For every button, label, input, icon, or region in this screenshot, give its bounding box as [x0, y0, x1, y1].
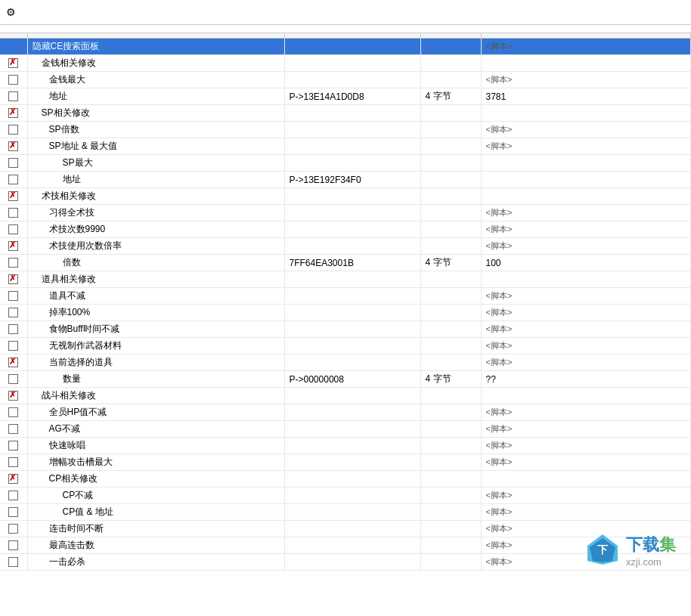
table-row[interactable]: CP值 & 地址<脚本> [0, 504, 691, 521]
checkbox[interactable] [8, 407, 18, 417]
checkbox-x[interactable] [8, 58, 18, 68]
table-row[interactable]: 道具不减<脚本> [0, 288, 691, 305]
table-row[interactable]: 增幅攻击槽最大<脚本> [0, 454, 691, 471]
table-row[interactable]: SP最大 [0, 155, 691, 172]
checkbox[interactable] [8, 308, 18, 317]
cell-active[interactable] [0, 238, 27, 255]
checkbox-x[interactable] [8, 358, 18, 367]
checkbox-x[interactable] [8, 108, 18, 118]
table-row[interactable]: AG不减<脚本> [0, 421, 691, 438]
menu-d3d[interactable] [39, 26, 51, 31]
table-row[interactable]: 数量P->000000084 字节?? [0, 371, 691, 388]
checkbox[interactable] [8, 457, 18, 467]
menu-table[interactable] [27, 26, 39, 31]
checkbox[interactable] [8, 557, 18, 567]
table-row[interactable]: 当前选择的道具<脚本> [0, 354, 691, 371]
cell-active[interactable] [0, 221, 27, 238]
table-row[interactable]: 术技相关修改 [0, 188, 691, 205]
table-row[interactable]: 习得全术技<脚本> [0, 205, 691, 221]
cell-active[interactable] [0, 421, 27, 438]
table-row[interactable]: 金钱最大<脚本> [0, 72, 691, 88]
cell-active[interactable] [0, 504, 27, 521]
table-row[interactable]: 地址P->13E192F34F0 [0, 172, 691, 188]
table-row[interactable]: SP相关修改 [0, 105, 691, 122]
table-row[interactable]: 食物Buff时间不减<脚本> [0, 321, 691, 338]
checkbox-x[interactable] [8, 274, 18, 284]
table-row[interactable]: 隐藏CE搜索面板<脚本> [0, 39, 691, 55]
cell-active[interactable] [0, 371, 27, 388]
table-row[interactable]: 一击必杀<脚本> [0, 554, 691, 571]
checkbox-x[interactable] [8, 141, 18, 151]
checkbox[interactable] [8, 507, 18, 517]
cell-active[interactable] [0, 388, 27, 404]
table-row[interactable]: 全员HP值不减<脚本> [0, 404, 691, 421]
checkbox[interactable] [8, 540, 18, 550]
checkbox-x[interactable] [8, 241, 18, 251]
cell-active[interactable] [0, 88, 27, 105]
cell-active[interactable] [0, 39, 27, 55]
table-row[interactable]: 战斗相关修改 [0, 388, 691, 404]
checkbox[interactable] [8, 175, 18, 184]
table-row[interactable]: 无视制作武器材料<脚本> [0, 338, 691, 354]
table-row[interactable]: 金钱相关修改 [0, 55, 691, 72]
table-row[interactable]: 术技次数9990<脚本> [0, 221, 691, 238]
cell-active[interactable] [0, 105, 27, 122]
menu-help[interactable] [51, 26, 64, 31]
table-row[interactable]: 连击时间不断<脚本> [0, 521, 691, 537]
cell-active[interactable] [0, 354, 27, 371]
table-row[interactable]: CP相关修改 [0, 471, 691, 488]
cell-active[interactable] [0, 554, 27, 571]
cell-active[interactable] [0, 172, 27, 188]
table-row[interactable]: 道具相关修改 [0, 271, 691, 288]
close-button[interactable] [664, 5, 685, 20]
cell-active[interactable] [0, 404, 27, 421]
cell-active[interactable] [0, 55, 27, 72]
checkbox[interactable] [8, 258, 18, 268]
menu-fullview[interactable] [64, 26, 76, 31]
checkbox-x[interactable] [8, 391, 18, 401]
cell-active[interactable] [0, 321, 27, 338]
table-row[interactable]: SP倍数<脚本> [0, 122, 691, 138]
cell-active[interactable] [0, 188, 27, 205]
checkbox[interactable] [8, 441, 18, 450]
checkbox[interactable] [8, 524, 18, 534]
cell-active[interactable] [0, 471, 27, 488]
table-row[interactable]: 地址P->13E14A1D0D84 字节3781 [0, 88, 691, 105]
checkbox[interactable] [8, 424, 18, 434]
cell-active[interactable] [0, 488, 27, 504]
table-row[interactable]: 最高连击数<脚本> [0, 537, 691, 554]
cell-active[interactable] [0, 155, 27, 172]
table-row[interactable]: 掉率100%<脚本> [0, 305, 691, 321]
checkbox[interactable] [8, 341, 18, 351]
checkbox[interactable] [8, 75, 18, 85]
cell-active[interactable] [0, 271, 27, 288]
menu-file[interactable] [3, 26, 15, 31]
checkbox[interactable] [8, 291, 18, 301]
cell-active[interactable] [0, 305, 27, 321]
checkbox-x[interactable] [8, 191, 18, 201]
cell-active[interactable] [0, 72, 27, 88]
cell-active[interactable] [0, 454, 27, 471]
minimize-button[interactable] [618, 5, 640, 20]
table-row[interactable]: 倍数7FF64EA3001B4 字节100 [0, 255, 691, 271]
checkbox[interactable] [8, 91, 18, 101]
cell-active[interactable] [0, 338, 27, 354]
cell-active[interactable] [0, 288, 27, 305]
checkbox[interactable] [8, 224, 18, 234]
checkbox-x[interactable] [8, 474, 18, 484]
cell-active[interactable] [0, 138, 27, 155]
checkbox[interactable] [8, 125, 18, 135]
table-row[interactable]: 快速咏唱<脚本> [0, 438, 691, 454]
cell-active[interactable] [0, 255, 27, 271]
table-row[interactable]: SP地址 & 最大值<脚本> [0, 138, 691, 155]
cell-active[interactable] [0, 205, 27, 221]
menu-edit[interactable] [15, 26, 27, 31]
cell-active[interactable] [0, 438, 27, 454]
cell-active[interactable] [0, 521, 27, 537]
checkbox[interactable] [8, 374, 18, 384]
cell-active[interactable] [0, 537, 27, 554]
cell-active[interactable] [0, 122, 27, 138]
checkbox[interactable] [8, 324, 18, 334]
maximize-button[interactable] [641, 5, 662, 20]
checkbox[interactable] [8, 208, 18, 218]
